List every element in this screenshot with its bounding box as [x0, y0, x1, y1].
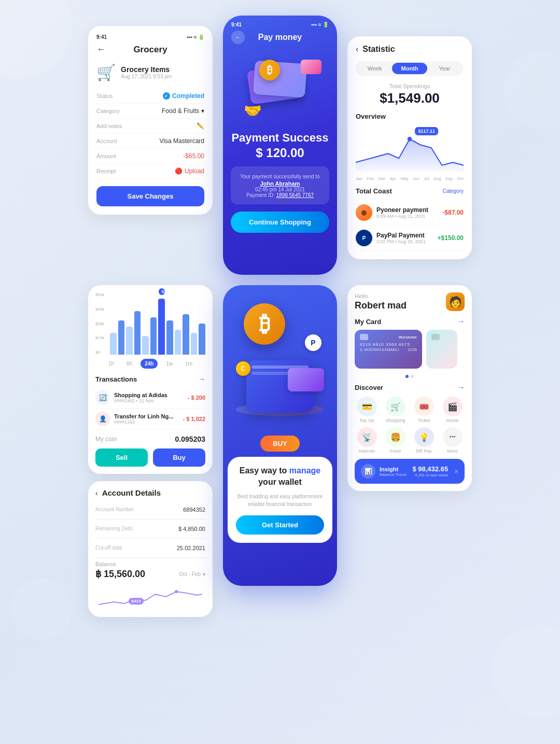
tx1-id: ####2462 • 21 Nov — [114, 398, 167, 403]
tab-week[interactable]: Week — [357, 63, 392, 74]
cards-scroll: Worldwide 6219 8610 3966 8075 S. MOSTAFA… — [355, 330, 465, 369]
account-back-btn[interactable]: ‹ — [95, 489, 98, 497]
time-tabs: 1h 6h 24h 1w 1m — [95, 359, 205, 369]
discover-label: Discover — [355, 384, 383, 391]
category-filter-btn[interactable]: Category — [442, 188, 464, 194]
topup-icon: 💳 — [357, 397, 377, 416]
discover-arrow[interactable]: → — [457, 383, 465, 391]
tab-month[interactable]: Month — [392, 63, 427, 74]
notes-label: Add notes — [96, 123, 122, 129]
tx1-name: Shopping at Adidas — [114, 392, 167, 398]
bar-tooltip: $26k — [159, 288, 165, 295]
discover-shopping[interactable]: 🛒 Shopping — [383, 397, 408, 423]
field3-value: 25.02.2021 — [177, 545, 205, 551]
transaction-1: 🔄 Shopping at Adidas ####2462 • 21 Nov -… — [95, 387, 205, 409]
time-tab-24h[interactable]: 24h — [141, 359, 158, 369]
grocery-card: 9:41 ▪▪▪ ≈ 🔋 ← Grocery 🛒 Grocery Items A… — [88, 26, 213, 215]
get-started-btn[interactable]: Get Started — [236, 515, 324, 535]
time-tab-1m[interactable]: 1m — [181, 359, 197, 369]
pay-back-btn[interactable]: ← — [231, 31, 245, 44]
sell-btn[interactable]: Sell — [95, 448, 148, 467]
chart-x-labels: JanFebMarAprMay JunJulAugSepOct — [356, 176, 464, 181]
coin-icon: C — [236, 361, 250, 376]
time-tab-1h[interactable]: 1h — [104, 359, 118, 369]
discover-movie[interactable]: 🎬 Movie — [440, 397, 465, 423]
wallet-illustration: ₿ P C — [228, 290, 332, 436]
my-card-label: My Card — [355, 318, 381, 326]
grocery-back-btn[interactable]: ← — [96, 44, 106, 55]
debit-card-2[interactable] — [426, 330, 457, 369]
pencil-icon: ✏️ — [197, 122, 204, 130]
insight-change: 4.3% vs last week — [412, 473, 448, 478]
mycoin-label: My coin — [95, 436, 117, 443]
time-tab-1w[interactable]: 1w — [162, 359, 177, 369]
continue-shopping-btn[interactable]: Continue Shopping — [231, 212, 329, 233]
debit-card-1[interactable]: Worldwide 6219 8610 3966 8075 S. MOSTAFA… — [355, 330, 422, 369]
save-changes-btn[interactable]: Save Changes — [96, 186, 204, 206]
paypal-badge: P — [305, 334, 321, 351]
upload-btn[interactable]: 🔴 Upload — [175, 167, 204, 175]
amount-value: -$65.00 — [183, 152, 204, 160]
category-value[interactable]: Food & Fruits ▾ — [162, 107, 204, 115]
transactions-arrow[interactable]: → — [198, 375, 205, 383]
signal-icons: ▪▪▪ ≈ 🔋 — [187, 34, 204, 40]
transaction-2: 👤 Transfer for Linh Ng... ####1163 - $ 1… — [95, 409, 205, 430]
balance-label: Balance — [95, 561, 205, 567]
upload-icon: 🔴 — [175, 167, 183, 175]
discover-ticket[interactable]: 🎟️ Ticket — [412, 397, 436, 423]
discover-topup[interactable]: 💳 Top Up — [355, 397, 379, 423]
payment-info-text: Your payment successfully send to — [237, 173, 323, 180]
payment-id-value: 1898 5645 7767 — [276, 192, 314, 198]
overview-label: Overview — [356, 113, 464, 120]
payment-date: 02:45 pm 14 Jul 2021 — [237, 187, 323, 192]
time-tab-6h[interactable]: 6h — [122, 359, 136, 369]
notes-field[interactable]: ✏️ — [197, 122, 204, 130]
grocery-item-date: Aug 17, 2021 9:53 pm — [121, 74, 172, 79]
discover-internet[interactable]: 📡 Internet — [355, 427, 379, 454]
card-holder-1: S. MOSTAFA ESMAEILI — [360, 348, 399, 352]
total-spendings-label: Total Spendings — [356, 83, 464, 89]
discover-food[interactable]: 🍔 Food — [383, 427, 408, 454]
buy-badge-btn[interactable]: BUY — [260, 436, 299, 452]
field1-value: 6894352 — [183, 507, 205, 513]
insight-sub: Balance Trend — [380, 472, 407, 477]
total-coast-label: Total Coast — [356, 187, 392, 195]
status-completed: ✓ Completed — [163, 92, 204, 100]
insight-bar: 📊 Insight Balance Trend $ 98,432.65 4.3%… — [355, 459, 465, 484]
discover-billpay[interactable]: 💡 Bill Pay — [412, 427, 436, 454]
discover-more[interactable]: ••• More — [440, 427, 465, 454]
account-title: Account Details — [102, 488, 161, 497]
grocery-time: 9:41 — [96, 34, 107, 40]
field2-value: $ 4,850.00 — [178, 526, 205, 532]
balance-period: Oct - Feb ▾ — [179, 571, 205, 577]
tx1-icon: 🔄 — [95, 390, 110, 405]
svg-point-1 — [175, 590, 178, 593]
insight-close-btn[interactable]: ✕ — [454, 469, 458, 474]
more-icon: ••• — [443, 427, 463, 447]
buy-btn[interactable]: Buy — [153, 448, 205, 467]
wallet-promo-text: Easy way to manage your wallet Best trad… — [228, 457, 332, 543]
payment2-amount: +$150.00 — [438, 234, 464, 242]
greeting-text: Hello — [355, 293, 407, 299]
movie-icon: 🎬 — [443, 397, 463, 416]
mini-chart: $413 — [95, 584, 205, 610]
payment1-amount: -$87.00 — [442, 209, 464, 216]
stat-back-btn[interactable]: ‹ — [356, 45, 358, 54]
tx1-amount: - $ 200 — [188, 395, 205, 401]
chart-tooltip: $117.11 — [415, 127, 438, 135]
highlighted-bar: $26k — [158, 299, 165, 355]
my-card-arrow[interactable]: → — [457, 317, 465, 326]
pay-title: Pay money — [258, 33, 302, 42]
balance-amount: ฿ 15,560.00 — [95, 568, 145, 580]
dot-1 — [405, 375, 409, 378]
payment1-name: Pyoneer payment — [376, 206, 428, 214]
insight-amount: $ 98,432.65 — [412, 465, 448, 473]
grocery-title: Grocery — [133, 45, 167, 55]
card-chip — [360, 334, 368, 340]
total-spendings-amount: $1,549.00 — [356, 90, 464, 106]
paypal-icon: P — [356, 230, 372, 246]
ticket-icon: 🎟️ — [414, 397, 434, 416]
tab-year[interactable]: Year — [427, 63, 462, 74]
wallet-promo-subtitle: Best tradding and easy platformmore reli… — [236, 493, 324, 508]
food-icon: 🍔 — [386, 427, 405, 447]
